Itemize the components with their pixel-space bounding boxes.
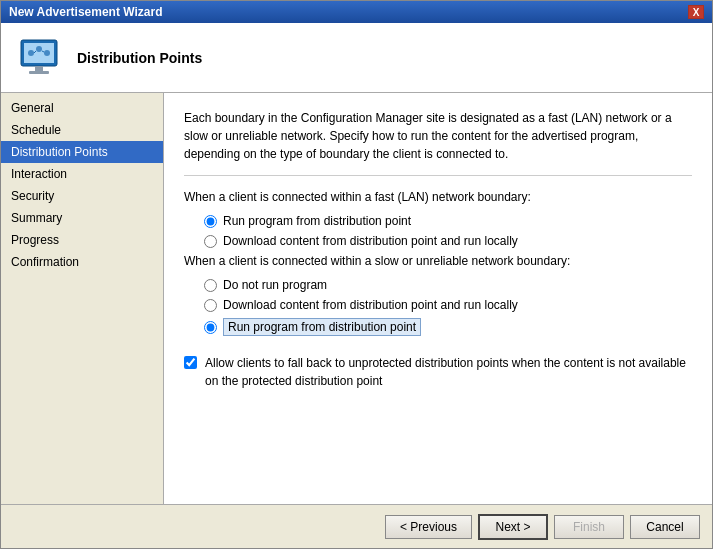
svg-point-5 [36, 46, 42, 52]
slow-run-dist-radio[interactable] [204, 321, 217, 334]
close-button[interactable]: X [688, 5, 704, 19]
fast-run-dist-radio[interactable] [204, 215, 217, 228]
sidebar-item-general[interactable]: General [1, 97, 163, 119]
fallback-checkbox[interactable] [184, 356, 197, 369]
content-area: Each boundary in the Configuration Manag… [164, 93, 712, 504]
wizard-icon [15, 34, 63, 82]
slow-no-run-option[interactable]: Do not run program [204, 278, 692, 292]
fast-download-option[interactable]: Download content from distribution point… [204, 234, 692, 248]
slow-download-radio[interactable] [204, 299, 217, 312]
sidebar-item-interaction[interactable]: Interaction [1, 163, 163, 185]
separator [184, 175, 692, 176]
fallback-label: Allow clients to fall back to unprotecte… [205, 354, 692, 390]
slow-run-dist-option[interactable]: Run program from distribution point [204, 318, 692, 336]
fast-download-label: Download content from distribution point… [223, 234, 518, 248]
sidebar-item-schedule[interactable]: Schedule [1, 119, 163, 141]
sidebar-item-distribution-points[interactable]: Distribution Points [1, 141, 163, 163]
page-title: Distribution Points [77, 50, 202, 66]
description-text: Each boundary in the Configuration Manag… [184, 109, 692, 163]
slow-download-label: Download content from distribution point… [223, 298, 518, 312]
title-bar: New Advertisement Wizard X [1, 1, 712, 23]
svg-point-6 [44, 50, 50, 56]
finish-button[interactable]: Finish [554, 515, 624, 539]
footer: < Previous Next > Finish Cancel [1, 504, 712, 548]
sidebar-item-progress[interactable]: Progress [1, 229, 163, 251]
slow-no-run-radio[interactable] [204, 279, 217, 292]
svg-rect-2 [35, 66, 43, 71]
svg-rect-3 [29, 71, 49, 74]
fast-run-dist-option[interactable]: Run program from distribution point [204, 214, 692, 228]
previous-button[interactable]: < Previous [385, 515, 472, 539]
window-title: New Advertisement Wizard [9, 5, 163, 19]
fast-run-dist-label: Run program from distribution point [223, 214, 411, 228]
sidebar-item-security[interactable]: Security [1, 185, 163, 207]
fast-lan-label: When a client is connected within a fast… [184, 190, 692, 204]
slow-no-run-label: Do not run program [223, 278, 327, 292]
main-window: New Advertisement Wizard X Distribution … [0, 0, 713, 549]
main-content: General Schedule Distribution Points Int… [1, 93, 712, 504]
slow-download-option[interactable]: Download content from distribution point… [204, 298, 692, 312]
header: Distribution Points [1, 23, 712, 93]
svg-point-4 [28, 50, 34, 56]
sidebar-item-summary[interactable]: Summary [1, 207, 163, 229]
fast-lan-radio-group: Run program from distribution point Down… [204, 214, 692, 248]
sidebar-item-confirmation[interactable]: Confirmation [1, 251, 163, 273]
fallback-checkbox-group: Allow clients to fall back to unprotecte… [184, 354, 692, 390]
cancel-button[interactable]: Cancel [630, 515, 700, 539]
next-button[interactable]: Next > [478, 514, 548, 540]
slow-network-radio-group: Do not run program Download content from… [204, 278, 692, 336]
fast-download-radio[interactable] [204, 235, 217, 248]
slow-network-label: When a client is connected within a slow… [184, 254, 692, 268]
slow-run-dist-label: Run program from distribution point [223, 318, 421, 336]
sidebar: General Schedule Distribution Points Int… [1, 93, 164, 504]
